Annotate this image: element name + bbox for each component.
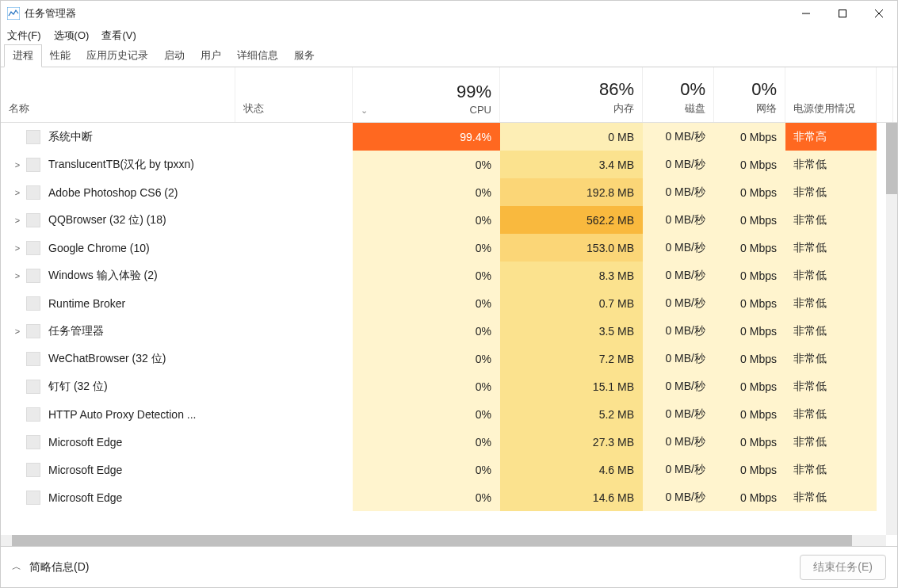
table-row[interactable]: Microsoft Edge0%27.3 MB0 MB/秒0 Mbps非常低 (1, 428, 897, 456)
end-task-button[interactable]: 结束任务(E) (800, 555, 886, 580)
tab-services[interactable]: 服务 (286, 45, 323, 67)
process-icon (26, 241, 40, 255)
table-row[interactable]: 钉钉 (32 位)0%15.1 MB0 MB/秒0 Mbps非常低 (1, 372, 897, 400)
cell-cpu: 0% (353, 178, 500, 206)
expand-chevron-icon[interactable]: > (9, 271, 26, 281)
cell-power: 非常低 (785, 345, 877, 372)
cell-network: 0 Mbps (714, 234, 785, 262)
column-label: 磁盘 (685, 101, 705, 116)
column-header-name[interactable]: 名称 (1, 67, 235, 122)
cell-network: 0 Mbps (714, 372, 785, 400)
column-header-disk[interactable]: 0% 磁盘 (643, 67, 714, 122)
cell-status (235, 345, 353, 372)
cell-cpu: 0% (353, 151, 500, 178)
cell-disk: 0 MB/秒 (643, 483, 714, 511)
column-header-network[interactable]: 0% 网络 (714, 67, 785, 122)
minimize-button[interactable] (788, 1, 824, 26)
vertical-scrollbar-thumb[interactable] (886, 123, 897, 194)
cell-memory: 27.3 MB (500, 428, 643, 456)
cell-cpu: 0% (353, 456, 500, 483)
cell-memory: 3.4 MB (500, 151, 643, 178)
cell-cpu: 99.4% (353, 123, 500, 151)
menu-file[interactable]: 文件(F) (7, 29, 41, 43)
maximize-button[interactable] (824, 1, 861, 26)
column-header-memory[interactable]: 86% 内存 (500, 67, 643, 122)
menu-options[interactable]: 选项(O) (54, 29, 90, 43)
cell-memory: 562.2 MB (500, 206, 643, 234)
table-row[interactable]: Runtime Broker0%0.7 MB0 MB/秒0 Mbps非常低 (1, 289, 897, 317)
app-icon (7, 7, 20, 20)
menu-view[interactable]: 查看(V) (101, 29, 136, 43)
expand-chevron-icon[interactable]: > (9, 326, 26, 336)
cell-memory: 14.6 MB (500, 483, 643, 511)
vertical-scrollbar[interactable] (886, 123, 897, 535)
cell-power: 非常低 (785, 178, 877, 206)
tab-processes[interactable]: 进程 (4, 44, 42, 67)
horizontal-scrollbar[interactable] (1, 535, 886, 546)
cell-power: 非常高 (785, 123, 877, 151)
table-row[interactable]: Microsoft Edge0%14.6 MB0 MB/秒0 Mbps非常低 (1, 483, 897, 511)
table-row[interactable]: HTTP Auto Proxy Detection ...0%5.2 MB0 M… (1, 400, 897, 428)
column-label: 网络 (756, 101, 777, 116)
table-row[interactable]: Microsoft Edge0%4.6 MB0 MB/秒0 Mbps非常低 (1, 456, 897, 483)
cell-cpu: 0% (353, 483, 500, 511)
cell-disk: 0 MB/秒 (643, 178, 714, 206)
column-label: 名称 (9, 101, 227, 116)
cell-memory: 5.2 MB (500, 400, 643, 428)
cell-name: >Windows 输入体验 (2) (1, 262, 235, 289)
table-row[interactable]: 系统中断99.4%0 MB0 MB/秒0 Mbps非常高 (1, 123, 897, 151)
table-row[interactable]: >Adobe Photoshop CS6 (2)0%192.8 MB0 MB/秒… (1, 178, 897, 206)
column-header-cpu[interactable]: ⌄ 99% CPU (353, 67, 500, 122)
table-row[interactable]: >TranslucentTB(汉化 by tpxxn)0%3.4 MB0 MB/… (1, 151, 897, 178)
cell-status (235, 428, 353, 456)
column-header-scrollspace (877, 67, 893, 122)
cell-disk: 0 MB/秒 (643, 234, 714, 262)
cell-cpu: 0% (353, 345, 500, 372)
table-row[interactable]: >QQBrowser (32 位) (18)0%562.2 MB0 MB/秒0 … (1, 206, 897, 234)
tab-app-history[interactable]: 应用历史记录 (78, 45, 156, 67)
expand-chevron-icon[interactable]: > (9, 243, 26, 253)
cell-cpu: 0% (353, 262, 500, 289)
expand-chevron-icon[interactable]: > (9, 160, 26, 170)
expand-chevron-icon[interactable]: > (9, 216, 26, 225)
cell-power: 非常低 (785, 234, 877, 262)
table-row[interactable]: >Google Chrome (10)0%153.0 MB0 MB/秒0 Mbp… (1, 234, 897, 262)
cell-network: 0 Mbps (714, 289, 785, 317)
cell-cpu: 0% (353, 234, 500, 262)
tab-startup[interactable]: 启动 (156, 45, 193, 67)
process-icon (26, 185, 40, 200)
cell-name: Runtime Broker (1, 289, 235, 317)
table-row[interactable]: >Windows 输入体验 (2)0%8.3 MB0 MB/秒0 Mbps非常低 (1, 262, 897, 289)
memory-total-pct: 86% (599, 79, 634, 100)
cell-status (235, 456, 353, 483)
process-name: 系统中断 (48, 130, 93, 144)
svg-rect-2 (839, 10, 846, 17)
table-row[interactable]: WeChatBrowser (32 位)0%7.2 MB0 MB/秒0 Mbps… (1, 345, 897, 372)
tab-users[interactable]: 用户 (193, 45, 229, 67)
horizontal-scrollbar-thumb[interactable] (12, 535, 852, 546)
network-total-pct: 0% (751, 79, 777, 100)
cell-network: 0 Mbps (714, 206, 785, 234)
cell-disk: 0 MB/秒 (643, 123, 714, 151)
process-icon (26, 213, 40, 227)
footer: ︿ 简略信息(D) 结束任务(E) (1, 546, 897, 587)
column-header-power[interactable]: 电源使用情况 (785, 67, 877, 122)
cell-name: HTTP Auto Proxy Detection ... (1, 400, 235, 428)
cell-cpu: 0% (353, 372, 500, 400)
close-button[interactable] (861, 1, 897, 26)
fewer-details-toggle[interactable]: ︿ 简略信息(D) (12, 560, 89, 575)
cell-network: 0 Mbps (714, 123, 785, 151)
table-row[interactable]: >任务管理器0%3.5 MB0 MB/秒0 Mbps非常低 (1, 317, 897, 345)
cell-disk: 0 MB/秒 (643, 289, 714, 317)
cell-network: 0 Mbps (714, 400, 785, 428)
process-icon (26, 491, 40, 505)
cell-name: Microsoft Edge (1, 428, 235, 456)
column-header-status[interactable]: 状态 (235, 67, 353, 122)
column-label: CPU (470, 104, 491, 116)
window-controls (788, 1, 897, 26)
tab-details[interactable]: 详细信息 (229, 45, 286, 67)
cell-name: WeChatBrowser (32 位) (1, 345, 235, 372)
expand-chevron-icon[interactable]: > (9, 188, 26, 197)
column-label: 状态 (243, 101, 344, 116)
tab-performance[interactable]: 性能 (42, 45, 78, 67)
